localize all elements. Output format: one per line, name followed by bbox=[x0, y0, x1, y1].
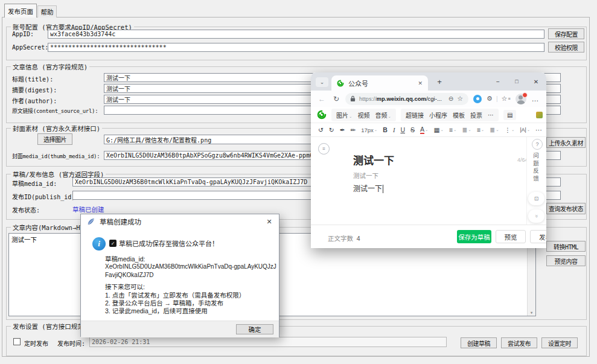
insert-audio-button[interactable]: 音频⌄ bbox=[375, 110, 391, 120]
url-host: mp.weixin.qq.com bbox=[377, 95, 426, 102]
insert-more-icon[interactable]: ⋯ bbox=[488, 112, 494, 118]
insert-vote-button[interactable]: 投票 bbox=[470, 110, 482, 120]
card-icon[interactable]: ▤ bbox=[503, 110, 516, 120]
editor-footer: 正文字数 4 保存为草稿 预览 发表 bbox=[311, 225, 546, 248]
browser-window: ⌄ 公众号 ✕ + − □ ✕ ← ↻ https://mp.weixin.qq… bbox=[311, 72, 546, 248]
save-config-button[interactable]: 保存配置 bbox=[548, 28, 584, 39]
insert-video-button[interactable]: 视频 bbox=[357, 110, 369, 120]
dialog-step-3: 3. 记录此media_id，后续可直接使用 bbox=[105, 306, 208, 315]
source-url-label: 原文链接(content_source_url): bbox=[12, 107, 98, 115]
title-label: 标题(title): bbox=[12, 74, 53, 83]
zoom-out-icon[interactable]: ⊖ bbox=[449, 95, 453, 102]
help-circle-icon[interactable]: ? bbox=[532, 139, 543, 150]
toolbar-more-icon[interactable]: ⋯ bbox=[535, 126, 542, 133]
minimize-icon[interactable]: − bbox=[490, 72, 506, 91]
query-status-button[interactable]: 查询发布状态 bbox=[546, 203, 586, 214]
set-timer-button[interactable]: 设置定时 bbox=[541, 337, 578, 348]
try-publish-button[interactable]: 尝试发布 bbox=[501, 337, 537, 348]
insert-miniprogram-button[interactable]: 小程序 bbox=[429, 110, 447, 120]
toolbar-image-icon[interactable] bbox=[536, 112, 543, 118]
success-text: 草稿已成功保存至微信公众平台！ bbox=[119, 238, 219, 248]
line-height-button[interactable]: ≣⌄ bbox=[490, 126, 499, 133]
new-tab-icon[interactable]: + bbox=[432, 72, 447, 91]
appsecret-label: AppSecret: bbox=[12, 44, 48, 51]
save-draft-button[interactable]: 保存为草稿 bbox=[457, 230, 491, 243]
upload-material-button[interactable]: 上传永久素材 bbox=[546, 137, 586, 148]
italic-button[interactable]: I bbox=[393, 127, 395, 133]
draft-success-dialog: 草稿创建成功 ✕ i ✓ 草稿已成功保存至微信公众平台！ 草稿media_id:… bbox=[80, 214, 279, 337]
browser-menu-icon[interactable]: … bbox=[532, 95, 539, 103]
convert-html-button[interactable]: 转换HTML bbox=[546, 241, 586, 252]
outline-menu-icon[interactable]: ≡ bbox=[318, 143, 330, 155]
maximize-icon[interactable]: □ bbox=[509, 72, 525, 91]
font-size-select[interactable]: 17px⌄ bbox=[361, 127, 377, 133]
underline-button[interactable]: U bbox=[400, 126, 405, 133]
notification-dot bbox=[522, 92, 528, 98]
verify-permission-button[interactable]: 校验权限 bbox=[548, 42, 584, 53]
wx-publish-button[interactable]: 发表 bbox=[530, 230, 546, 243]
dialog-title-bar: 草稿创建成功 ✕ bbox=[81, 214, 279, 229]
format-painter-icon[interactable]: ✒ bbox=[340, 126, 345, 133]
author-label: 作者(author): bbox=[12, 96, 57, 105]
back-icon[interactable]: ← bbox=[318, 95, 325, 103]
article-digest-text[interactable]: 测试一下 bbox=[353, 171, 378, 180]
align-button[interactable]: ≡⌄ bbox=[449, 126, 457, 133]
browser-address-bar: ← ↻ https://mp.weixin.qq.com/cgi-... ⊖ ☆… bbox=[311, 91, 546, 107]
feedback-button[interactable]: 问题反馈 bbox=[531, 153, 540, 183]
article-title-text[interactable]: 测试一下 bbox=[353, 152, 394, 167]
tab-publish-page[interactable]: 发布页面 bbox=[4, 4, 37, 18]
collapse-toolbar-icon[interactable]: » bbox=[528, 209, 544, 223]
tab-help[interactable]: 帮助 bbox=[37, 5, 57, 18]
indent-button[interactable]: ≡⌄ bbox=[477, 126, 485, 133]
favorite-star-icon[interactable]: ☆ bbox=[457, 95, 463, 103]
appid-input[interactable] bbox=[48, 30, 544, 39]
appsecret-input[interactable] bbox=[48, 43, 544, 52]
tab-search-chevron-icon[interactable]: ⌄ bbox=[316, 77, 328, 87]
refresh-icon[interactable]: ↻ bbox=[333, 95, 339, 103]
chevron-down-icon: ⌄ bbox=[388, 114, 391, 118]
highlight-button[interactable]: ▦⌄ bbox=[433, 126, 443, 133]
url-field[interactable]: https://mp.weixin.qq.com/cgi-... ⊖ ☆ bbox=[345, 93, 468, 105]
profile-avatar[interactable] bbox=[516, 94, 526, 104]
create-draft-button[interactable]: 创建草稿 bbox=[461, 337, 497, 348]
insert-media-group: 图片⌄ 视频 音频⌄ bbox=[331, 109, 396, 121]
insert-image-button[interactable]: 图片⌄ bbox=[336, 110, 352, 120]
dialog-media-id-value: XeOrbINLG5D0UzAM36B0tmcWlkKiaPnTvaDq-gpa… bbox=[105, 263, 278, 279]
redo-icon[interactable]: ↻ bbox=[329, 126, 334, 133]
dialog-close-icon[interactable]: ✕ bbox=[260, 214, 279, 229]
clear-format-icon[interactable]: ✏ bbox=[350, 126, 356, 133]
article-group-title: 文章信息 (官方字段规范) bbox=[11, 62, 89, 71]
wx-preview-button[interactable]: 预览 bbox=[496, 230, 526, 243]
python-feather-icon bbox=[87, 218, 95, 226]
extension-blue-icon[interactable] bbox=[473, 95, 482, 103]
article-body-text[interactable]: 测试一下​ bbox=[353, 183, 383, 193]
preview-content-button[interactable]: 预览内容 bbox=[546, 255, 586, 266]
favorites-bar-icon[interactable]: ☆≡ bbox=[502, 95, 511, 103]
choose-image-button[interactable]: 选择图片 bbox=[37, 133, 72, 145]
font-color-button[interactable]: A⌄ bbox=[420, 126, 428, 134]
dialog-next-label: 接下来您可以: bbox=[105, 282, 145, 291]
publish-time-input[interactable] bbox=[89, 337, 447, 347]
editor-insert-toolbar: 图片⌄ 视频 音频⌄ 超链接 小程序 模板 投票 ⋯ ▤ bbox=[311, 107, 546, 123]
tab-close-icon[interactable]: ✕ bbox=[418, 80, 423, 86]
sidebar-panel-icon[interactable]: ⊡ bbox=[528, 192, 544, 205]
editor-canvas: ≡ 测试一下 4/64 测试一下 测试一下​ ? 问题反馈 ⊡ » bbox=[311, 137, 546, 225]
schedule-checkbox[interactable] bbox=[13, 338, 21, 345]
insert-hyperlink-button[interactable]: 超链接 bbox=[406, 110, 424, 120]
insert-template-button[interactable]: 模板 bbox=[453, 110, 465, 120]
chevron-down-icon: ⌄ bbox=[349, 114, 352, 118]
url-path: /cgi-... bbox=[426, 95, 442, 102]
spacing-button[interactable]: ⋮⌄ bbox=[505, 126, 515, 133]
strikethrough-button[interactable]: S bbox=[410, 126, 415, 133]
extensions-icon[interactable]: ⚙ bbox=[487, 95, 493, 103]
bold-button[interactable]: B bbox=[383, 126, 388, 133]
undo-icon[interactable]: ↺ bbox=[318, 126, 324, 133]
list-button[interactable]: ≣⌄ bbox=[462, 126, 471, 133]
scroll-down-icon[interactable]: ▼ bbox=[531, 310, 533, 315]
draft-media-id-label: 草稿media_id: bbox=[12, 179, 57, 188]
tab-title: 公众号 bbox=[348, 78, 368, 88]
window-close-icon[interactable]: ✕ bbox=[528, 72, 544, 91]
letter-spacing-button[interactable]: |A|⌄ bbox=[520, 127, 531, 133]
ok-button[interactable]: 确定 bbox=[236, 324, 273, 334]
browser-tab[interactable]: 公众号 ✕ bbox=[331, 75, 428, 91]
